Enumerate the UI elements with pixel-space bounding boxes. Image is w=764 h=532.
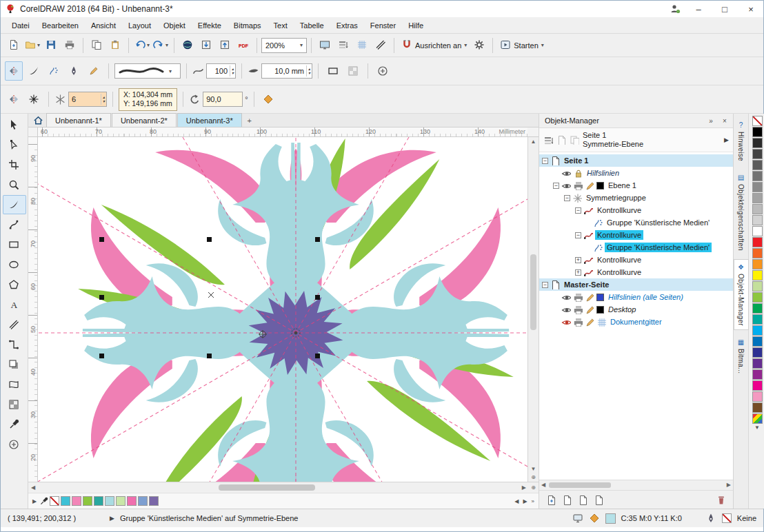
options-gear-button[interactable] (470, 37, 488, 54)
tree-label[interactable]: Hilfslinien (alle Seiten) (606, 292, 685, 302)
undo-button[interactable]: ▾ (133, 37, 151, 54)
color-swatch[interactable] (752, 127, 763, 137)
tool-more-tools[interactable] (3, 435, 26, 454)
print-button[interactable] (61, 37, 79, 54)
color-swatch[interactable] (138, 496, 148, 506)
editable-pencil-icon[interactable] (585, 181, 594, 190)
x-position-value[interactable]: 104,304 mm (132, 90, 172, 99)
collapse-toggle[interactable]: − (575, 207, 581, 214)
zoom-level-combo[interactable]: 200% ▾ (261, 38, 307, 53)
menu-ansicht[interactable]: Ansicht (86, 19, 121, 32)
color-swatch[interactable] (752, 281, 763, 291)
tree-label[interactable]: Dokumentgitter (608, 317, 664, 327)
scroll-down-icon[interactable]: ▼ (528, 466, 539, 472)
tab-unbenannt-1[interactable]: Unbenannt-1* (46, 113, 111, 127)
tree-row-kontrollkurve[interactable]: + Kontrollkurve (539, 254, 733, 266)
tree-label[interactable]: Desktop (606, 305, 638, 314)
collapse-toggle[interactable]: − (542, 282, 548, 288)
tool-text[interactable] (3, 295, 26, 314)
maximize-button[interactable]: □ (714, 2, 736, 16)
layer-color-chip[interactable] (596, 294, 604, 301)
tool-ellipse[interactable] (3, 255, 26, 274)
snap-to-symmetry-button[interactable] (260, 90, 278, 109)
color-swatch[interactable] (752, 303, 763, 314)
tree-label[interactable]: Kontrollkurve (595, 255, 643, 265)
docker-collapse-icon[interactable]: » (705, 117, 716, 125)
color-swatch[interactable] (752, 237, 763, 247)
tree-label[interactable]: Hilfslinien (585, 168, 621, 178)
tool-polygon[interactable] (3, 275, 26, 294)
freehand-smoothing-spinner[interactable]: 100 ▴▾ (206, 63, 236, 79)
palette-eyedropper-icon[interactable] (39, 497, 48, 506)
tool-dimension[interactable] (3, 315, 26, 334)
fullscreen-preview-button[interactable] (316, 37, 334, 54)
close-button[interactable]: × (740, 2, 762, 16)
color-swatch[interactable] (752, 292, 763, 303)
tree-row-ebene-1[interactable]: − Ebene 1 (539, 179, 733, 192)
zoom-scroll-icon[interactable]: ⊕ (528, 474, 539, 480)
artistic-sprayer-mode-button[interactable] (45, 61, 63, 81)
show-grid-button[interactable] (353, 37, 371, 54)
new-tab-button[interactable]: + (243, 114, 257, 127)
vertical-scroll-thumb[interactable] (530, 254, 536, 330)
tool-connector[interactable] (3, 335, 26, 354)
redo-button[interactable]: ▾ (152, 37, 170, 54)
artistic-pressure-mode-button[interactable] (85, 61, 103, 81)
page-nav-icon[interactable]: ▶ (31, 498, 38, 504)
color-swatch[interactable] (752, 380, 763, 391)
stroke-width-spinner[interactable]: 10,0 mm ▴▾ (261, 63, 312, 79)
publish-pdf-button[interactable] (234, 37, 252, 54)
menu-layout[interactable]: Layout (123, 19, 157, 32)
layer-manager-view-icon[interactable] (543, 135, 553, 145)
spinner-steppers[interactable]: ▴▾ (101, 94, 106, 105)
object-position-fields[interactable]: X: 104,304 mm Y: 149,196 mm (119, 88, 177, 111)
visibility-eye-icon[interactable] (561, 317, 571, 327)
search-content-button[interactable] (179, 37, 197, 54)
tool-zoom[interactable] (3, 175, 26, 194)
tree-row-master-seite[interactable]: − Master-Seite (539, 278, 733, 291)
tree-row-desktop[interactable]: Desktop (539, 303, 733, 316)
tool-drop-shadow[interactable] (3, 355, 26, 374)
new-master-layer-even-pages-button[interactable] (594, 495, 604, 505)
tool-artistic-media[interactable] (3, 195, 26, 214)
color-swatch[interactable] (752, 369, 763, 380)
palette-scroll-right-icon[interactable]: ▶ (521, 498, 528, 504)
scope-flyout-icon[interactable]: ▶ (724, 136, 729, 143)
color-swatch[interactable] (752, 226, 763, 236)
color-swatch[interactable] (752, 171, 763, 181)
color-swatch[interactable] (752, 182, 763, 192)
tree-label-selected[interactable]: Kontrollkurve (595, 230, 643, 240)
edit-across-layers-icon[interactable] (570, 135, 579, 145)
menu-extras[interactable]: Extras (331, 19, 363, 32)
expand-toggle[interactable]: + (575, 257, 581, 263)
delete-trash-button[interactable] (716, 495, 726, 505)
new-master-layer-odd-pages-button[interactable] (578, 495, 588, 505)
stroke-preset-combo[interactable]: ▾ (114, 63, 181, 79)
scroll-up-icon[interactable]: ▲ (528, 139, 539, 145)
vertical-scrollbar[interactable]: ▲ ▼ ⊕ (527, 137, 539, 482)
fill-icon[interactable] (589, 513, 600, 524)
no-color-swatch[interactable] (752, 116, 763, 126)
tree-label[interactable]: Kontrollkurve (595, 205, 643, 215)
artistic-calligraphy-mode-button[interactable] (65, 61, 83, 81)
tool-eyedropper[interactable] (3, 415, 26, 434)
tree-label[interactable]: Master-Seite (562, 280, 611, 289)
collapse-toggle[interactable]: − (564, 195, 570, 201)
collapse-toggle[interactable]: − (542, 158, 548, 164)
collapse-toggle[interactable]: − (553, 183, 559, 189)
docker-horizontal-scrollbar[interactable]: ◀ ▶ (539, 480, 733, 490)
visibility-eye-icon[interactable] (561, 168, 571, 178)
tree-label[interactable]: Ebene 1 (606, 181, 639, 190)
show-rulers-button[interactable] (334, 37, 352, 54)
add-to-symmetry-button[interactable] (374, 61, 392, 81)
tree-label[interactable]: Seite 1 (562, 156, 590, 165)
printable-icon[interactable] (573, 292, 583, 302)
tree-label[interactable]: Kontrollkurve (595, 267, 643, 277)
palette-expand-icon[interactable]: » (530, 498, 536, 504)
outline-none-swatch[interactable] (722, 513, 732, 523)
menu-effekte[interactable]: Effekte (192, 19, 227, 32)
printable-icon[interactable] (573, 317, 583, 327)
no-color-swatch[interactable] (50, 496, 59, 506)
menu-text[interactable]: Text (268, 19, 293, 32)
rotation-angle-field[interactable]: 90,0 (203, 92, 243, 107)
